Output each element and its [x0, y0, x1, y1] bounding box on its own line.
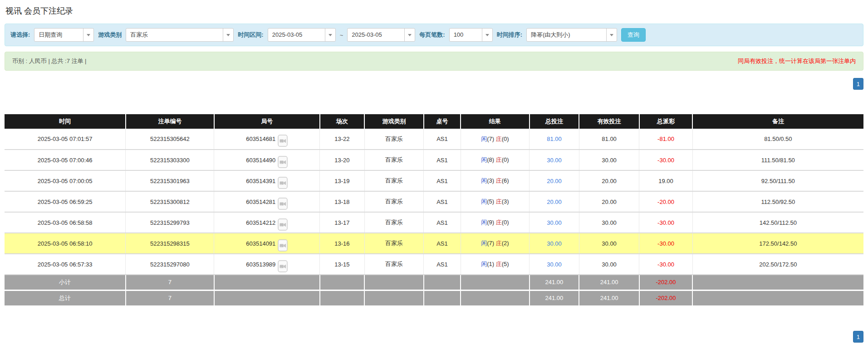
- video-icon-glyph: [278, 156, 288, 168]
- total-bet-link[interactable]: 30.00: [547, 157, 562, 164]
- cell-remark: 81.50/0.50: [692, 129, 863, 150]
- cell-game-type: 百家乐: [364, 254, 424, 275]
- subtotal-payout: -202.00: [639, 275, 692, 290]
- bet-records-table: 时间 注单编号 局号 场次 游戏类别 桌号 结果 总投注 有效投注 总派彩 备注…: [5, 114, 863, 305]
- cell-result: 闲(7) 庄(0): [461, 129, 529, 150]
- result-player: 闲: [481, 219, 487, 226]
- game-type-select[interactable]: 百家乐: [126, 28, 234, 42]
- video-icon[interactable]: [278, 177, 288, 189]
- tilde-separator: ~: [340, 32, 343, 39]
- combo-value: 2025-03-05: [348, 29, 404, 41]
- cell-payout: -81.00: [639, 129, 692, 150]
- video-icon[interactable]: [278, 239, 288, 252]
- result-player-score: (9): [487, 219, 494, 226]
- chevron-down-icon: [223, 29, 233, 41]
- cell-game-type: 百家乐: [364, 212, 424, 233]
- cell-payout: -20.00: [639, 191, 692, 212]
- cell-time: 2025-03-05 07:00:46: [5, 150, 126, 170]
- payout-value: -30.00: [657, 261, 674, 268]
- header-total-bet: 总投注: [530, 114, 579, 129]
- cell-bet-id: 522315298315: [126, 233, 214, 254]
- result-banker-score: (5): [502, 261, 509, 267]
- cell-result: 闲(7) 庄(2): [461, 233, 529, 254]
- cell-bet-id: 522315299793: [126, 212, 214, 233]
- result-player: 闲: [481, 136, 487, 142]
- cell-session: 13-15: [320, 254, 364, 275]
- result-banker: 庄: [496, 156, 502, 163]
- cell-payout: -30.00: [639, 150, 692, 170]
- cell-bet-id: 522315297080: [126, 254, 214, 275]
- query-type-select[interactable]: 日期查询: [34, 28, 94, 42]
- result-banker-score: (0): [502, 136, 509, 142]
- cell-bet-id: 522315305642: [126, 129, 214, 150]
- cell-total-bet: 20.00: [530, 191, 579, 212]
- grand-total-empty: [364, 290, 424, 305]
- video-icon[interactable]: [278, 198, 288, 210]
- round-number: 603514391: [246, 178, 275, 184]
- cell-total-bet: 20.00: [530, 170, 579, 191]
- cell-session: 13-17: [320, 212, 364, 233]
- chevron-down-icon: [606, 29, 617, 41]
- round-number: 603514212: [246, 219, 275, 226]
- video-icon[interactable]: [278, 135, 288, 147]
- cell-total-bet: 30.00: [530, 150, 579, 170]
- result-player: 闲: [481, 261, 487, 267]
- header-bet-id: 注单编号: [126, 114, 214, 129]
- result-player: 闲: [481, 198, 487, 205]
- grand-total-empty: [424, 290, 461, 305]
- result-player-score: (5): [487, 198, 494, 205]
- video-icon[interactable]: [278, 218, 288, 231]
- total-bet-link[interactable]: 30.00: [547, 219, 562, 226]
- result-player-score: (8): [487, 156, 494, 163]
- search-button[interactable]: 查询: [621, 28, 646, 42]
- page-button-1[interactable]: 1: [853, 331, 863, 343]
- grand-total-label: 总计: [5, 290, 126, 305]
- sort-select[interactable]: 降幂(由大到小): [526, 28, 617, 42]
- header-game-type: 游戏类别: [364, 114, 424, 129]
- subtotal-empty: [461, 275, 529, 290]
- page-size-label: 每页笔数:: [419, 31, 445, 39]
- result-player: 闲: [481, 177, 487, 184]
- payout-value: -81.00: [657, 136, 674, 142]
- page-button-1[interactable]: 1: [853, 78, 863, 90]
- video-icon[interactable]: [278, 156, 288, 168]
- date-to-select[interactable]: 2025-03-05: [347, 28, 415, 42]
- result-banker: 庄: [496, 136, 502, 142]
- total-bet-link[interactable]: 81.00: [547, 136, 562, 142]
- chevron-down-icon: [404, 29, 415, 41]
- video-icon-glyph: [278, 177, 288, 189]
- total-bet-link[interactable]: 30.00: [547, 261, 562, 268]
- combo-value: 百家乐: [126, 29, 223, 41]
- pagination-bottom: 1: [5, 331, 863, 343]
- result-banker: 庄: [496, 219, 502, 226]
- table-row: 2025-03-05 07:00:05522315301963603514391…: [5, 170, 863, 191]
- cell-session: 13-20: [320, 150, 364, 170]
- cell-round-id: 603514490: [214, 150, 320, 170]
- total-bet-link[interactable]: 20.00: [547, 178, 562, 184]
- combo-value: 100: [450, 29, 482, 41]
- round-number: 603514281: [246, 198, 275, 205]
- page-size-select[interactable]: 100: [449, 28, 493, 42]
- header-session: 场次: [320, 114, 364, 129]
- total-bet-link[interactable]: 30.00: [547, 240, 562, 247]
- date-from-select[interactable]: 2025-03-05: [268, 28, 336, 42]
- combo-value: 2025-03-05: [268, 29, 325, 41]
- chevron-down-icon: [482, 29, 492, 41]
- result-banker: 庄: [496, 198, 502, 205]
- video-icon[interactable]: [278, 260, 288, 272]
- chevron-down-icon: [83, 29, 93, 41]
- cell-remark: 92.50/111.50: [692, 170, 863, 191]
- cell-session: 13-16: [320, 233, 364, 254]
- grand-total-count: 7: [126, 290, 214, 305]
- pagination-top: 1: [5, 78, 863, 90]
- cell-result: 闲(1) 庄(5): [461, 254, 529, 275]
- cell-result: 闲(8) 庄(0): [461, 150, 529, 170]
- subtotal-row: 小计 7 241.00 241.00 -202.00: [5, 275, 863, 290]
- cell-valid-bet: 81.00: [579, 129, 639, 150]
- total-bet-link[interactable]: 20.00: [547, 198, 562, 205]
- cell-table-no: AS1: [424, 212, 461, 233]
- result-player-score: (1): [487, 261, 494, 267]
- cell-table-no: AS1: [424, 150, 461, 170]
- payout-value: -30.00: [657, 219, 674, 226]
- table-row: 2025-03-05 06:58:58522315299793603514212…: [5, 212, 863, 233]
